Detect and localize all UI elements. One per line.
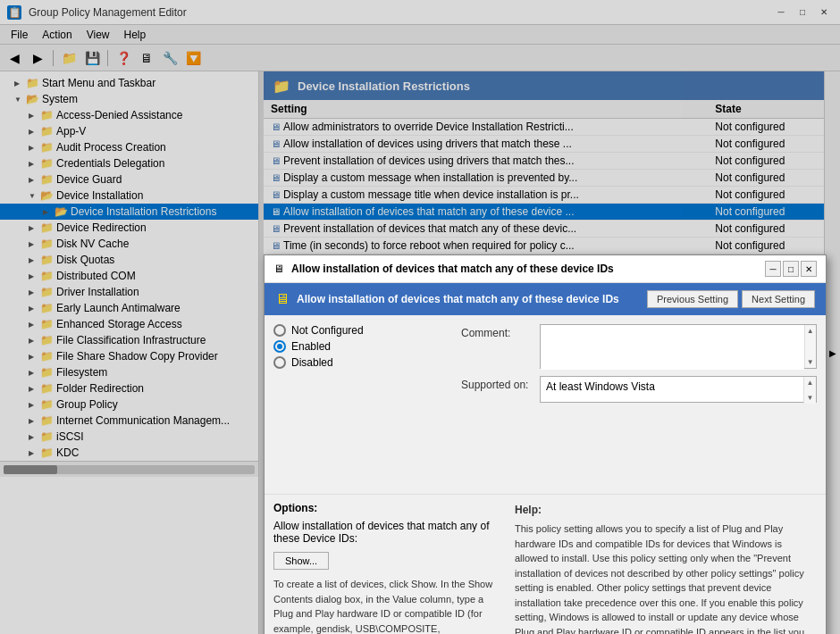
radio-enabled-label: Enabled [291,340,331,353]
help-text: This policy setting allows you to specif… [515,521,817,634]
next-setting-button[interactable]: Next Setting [742,290,815,308]
options-title: Options: [273,502,506,514]
radio-group: Not Configured Enabled Disabled [273,324,452,369]
modal-dialog: 🖥 Allow installation of devices that mat… [264,254,827,634]
supported-scroll-down[interactable]: ▼ [805,392,816,404]
options-detail: To create a list of devices, click Show.… [273,577,506,634]
modal-header-text: Allow installation of devices that match… [297,293,619,305]
scroll-down-arrow[interactable]: ▼ [805,356,816,368]
radio-btn-not-configured[interactable] [273,324,286,337]
radio-not-configured[interactable]: Not Configured [273,324,452,337]
modal-maximize-button[interactable]: □ [783,261,799,277]
modal-title-text: Allow installation of devices that match… [291,263,758,275]
modal-body: Not Configured Enabled Disabled Comment: [265,315,826,494]
radio-disabled-label: Disabled [291,356,333,369]
help-panel: Help: This policy setting allows you to … [515,502,817,634]
show-button[interactable]: Show... [273,552,329,570]
modal-close-button[interactable]: ✕ [801,261,817,277]
radio-btn-disabled[interactable] [273,356,286,369]
scroll-up-arrow[interactable]: ▲ [805,325,816,337]
comment-scrollbar[interactable]: ▲ ▼ [804,325,816,368]
radio-not-configured-label: Not Configured [291,324,364,337]
modal-bottom: Options: Allow installation of devices t… [265,494,826,634]
options-panel: Options: Allow installation of devices t… [273,502,506,634]
radio-btn-enabled[interactable] [273,340,286,353]
comment-label: Comment: [461,324,533,339]
supported-field: At least Windows Vista ▲ ▼ [540,376,817,403]
modal-left: Not Configured Enabled Disabled [273,324,452,485]
supported-scroll-up[interactable]: ▲ [805,377,816,388]
modal-overlay: 🖥 Allow installation of devices that mat… [0,0,840,634]
modal-title-controls: ─ □ ✕ [765,261,817,277]
modal-right: Comment: ▲ ▼ Supported on: At least Wind… [461,324,817,485]
supported-value: At least Windows Vista [541,377,803,402]
modal-title-icon: 🖥 [273,263,284,275]
modal-header: 🖥 Allow installation of devices that mat… [265,283,826,315]
supported-label: Supported on: [461,376,533,391]
comment-textarea[interactable] [541,325,804,370]
modal-header-icon: 🖥 [275,291,290,307]
radio-enabled[interactable]: Enabled [273,340,452,353]
modal-nav-buttons: Previous Setting Next Setting [647,290,815,308]
supported-scrollbar[interactable]: ▲ ▼ [803,377,816,404]
radio-disabled[interactable]: Disabled [273,356,452,369]
supported-row: Supported on: At least Windows Vista ▲ ▼ [461,376,817,403]
comment-field: ▲ ▼ [540,324,817,369]
options-description: Allow installation of devices that match… [273,520,506,545]
modal-minimize-button[interactable]: ─ [765,261,781,277]
help-title: Help: [515,502,817,518]
comment-row: Comment: ▲ ▼ [461,324,817,369]
modal-title-bar: 🖥 Allow installation of devices that mat… [265,255,826,283]
prev-setting-button[interactable]: Previous Setting [647,290,738,308]
